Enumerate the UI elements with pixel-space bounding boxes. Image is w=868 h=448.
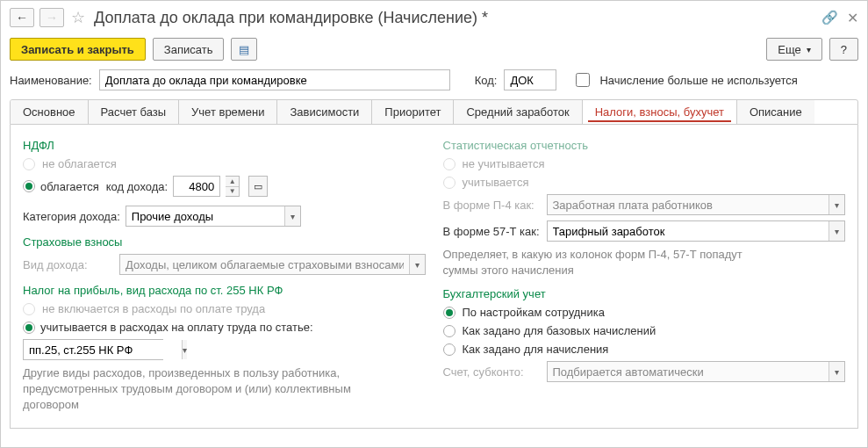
tab-desc[interactable]: Описание [737,100,814,124]
report-icon-button[interactable]: ▤ [231,38,257,61]
nav-back-button[interactable]: ← [10,8,34,27]
profit-yes-label: учитывается в расходах на оплату труда п… [40,321,313,334]
ins-kind-label: Вид дохода: [23,258,114,271]
acc-title: Бухгалтерский учет [443,287,846,300]
acc-sub-combo: ▾ [547,361,846,382]
acc-opt2-label: Как задано для базовых начислений [463,324,656,337]
category-combo[interactable]: ▾ [126,206,301,227]
chevron-down-icon: ▾ [409,255,425,274]
profit-not-radio [23,303,35,315]
help-button[interactable]: ? [829,38,858,61]
nav-forward-button: → [39,8,64,27]
save-and-close-button[interactable]: Записать и закрыть [10,38,146,61]
p4-label: В форме П-4 как: [443,199,542,212]
stat-title: Статистическая отчетность [443,139,846,152]
code-label: Код: [475,74,498,87]
acc-opt3-label: Как задано для начисления [463,343,609,356]
profit-article-combo[interactable]: ▾ [23,339,163,360]
t57-label: В форме 57-Т как: [443,225,542,238]
ndfl-code-input[interactable] [173,176,220,197]
stat-hint: Определяет, в какую из колонок форм П-4,… [443,247,777,278]
tab-main[interactable]: Основное [11,100,89,124]
save-button[interactable]: Записать [153,38,225,61]
stat-not-radio [443,158,456,170]
ins-kind-combo: ▾ [119,254,426,275]
name-input[interactable] [99,69,450,90]
unused-checkbox[interactable] [576,73,590,87]
ndfl-yes-label: облагается [40,180,99,193]
tab-deps[interactable]: Зависимости [277,100,372,124]
tab-taxes[interactable]: Налоги, взносы, бухучет [583,100,737,124]
link-icon[interactable]: 🔗 [821,10,838,25]
stat-yes-label: учитывается [463,176,529,189]
chevron-down-icon: ▾ [829,362,844,381]
ndfl-code-open-button[interactable]: ▭ [248,176,268,197]
acc-opt2-radio[interactable] [443,325,456,337]
ndfl-yes-radio[interactable] [23,180,35,192]
ndfl-title: НДФЛ [23,139,426,152]
chevron-down-icon[interactable]: ▾ [284,206,300,226]
acc-sub-label: Счет, субконто: [443,365,542,379]
favorite-star-icon[interactable]: ☆ [71,8,85,27]
acc-opt1-radio[interactable] [443,307,456,319]
code-input[interactable] [504,69,556,90]
profit-title: Налог на прибыль, вид расхода по ст. 255… [23,284,426,297]
category-label: Категория дохода: [23,210,120,223]
tabs-bar: Основное Расчет базы Учет времени Зависи… [10,99,858,125]
ndfl-code-label: код дохода: [106,180,168,193]
window-title: Доплата до оклада при командировке (Начи… [92,9,816,27]
more-button[interactable]: Еще▾ [766,38,821,61]
profit-not-label: не включается в расходы по оплате труда [42,302,265,315]
profit-hint: Другие виды расходов, произведенных в по… [23,365,356,414]
insurance-title: Страховые взносы [23,235,426,249]
tab-avg[interactable]: Средний заработок [454,100,582,124]
close-icon[interactable]: ✕ [847,10,858,26]
name-label: Наименование: [10,74,92,87]
acc-opt1-label: По настройкам сотрудника [463,306,605,319]
stat-not-label: не учитывается [463,157,545,170]
chevron-down-icon: ▾ [829,195,844,214]
chevron-down-icon[interactable]: ▾ [829,221,844,241]
t57-combo[interactable]: ▾ [547,220,846,242]
tab-priority[interactable]: Приоритет [372,100,454,124]
chevron-down-icon[interactable]: ▾ [182,340,187,359]
p4-combo: ▾ [547,194,846,215]
tab-time[interactable]: Учет времени [179,100,277,124]
tab-base[interactable]: Расчет базы [89,100,180,124]
acc-opt3-radio[interactable] [443,343,456,356]
ndfl-not-radio [23,158,35,170]
ndfl-not-label: не облагается [42,157,117,170]
profit-yes-radio[interactable] [23,322,35,334]
chevron-down-icon: ▾ [807,45,811,54]
ndfl-code-spinner[interactable]: ▲▼ [226,176,240,197]
unused-label: Начисление больше не используется [599,74,797,87]
stat-yes-radio [443,177,456,189]
